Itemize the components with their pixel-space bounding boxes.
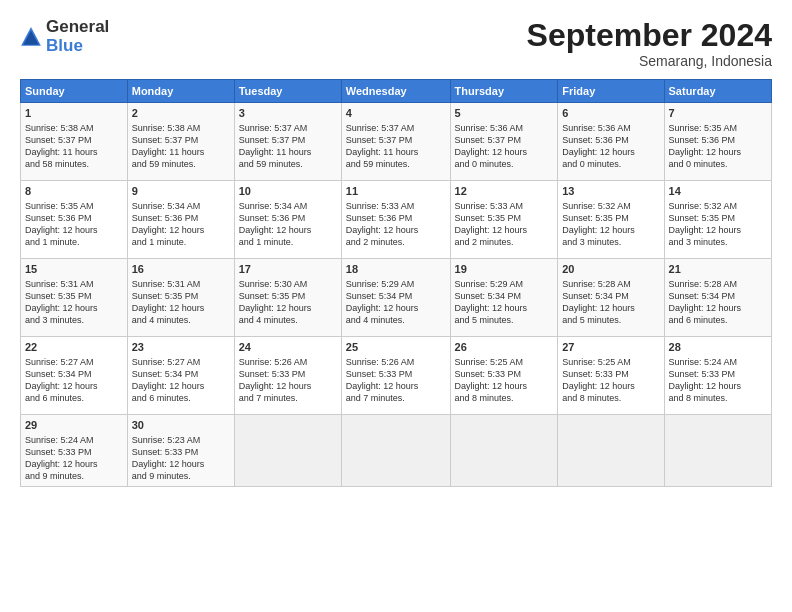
day-number: 10: [239, 184, 337, 199]
day-number: 15: [25, 262, 123, 277]
table-row: 12Sunrise: 5:33 AMSunset: 5:35 PMDayligh…: [450, 181, 558, 259]
day-number: 22: [25, 340, 123, 355]
day-info: Sunset: 5:37 PM: [346, 134, 446, 146]
day-info: Sunset: 5:34 PM: [25, 368, 123, 380]
day-info: Daylight: 12 hours: [25, 458, 123, 470]
table-row: 26Sunrise: 5:25 AMSunset: 5:33 PMDayligh…: [450, 337, 558, 415]
day-info: Sunset: 5:35 PM: [562, 212, 659, 224]
day-info: Sunrise: 5:38 AM: [132, 122, 230, 134]
day-info: Sunrise: 5:28 AM: [669, 278, 767, 290]
day-info: Sunrise: 5:25 AM: [562, 356, 659, 368]
calendar-table: Sunday Monday Tuesday Wednesday Thursday…: [20, 79, 772, 486]
table-row: 13Sunrise: 5:32 AMSunset: 5:35 PMDayligh…: [558, 181, 664, 259]
day-number: 30: [132, 418, 230, 433]
day-info: Sunrise: 5:24 AM: [669, 356, 767, 368]
day-info: Daylight: 12 hours: [239, 302, 337, 314]
day-info: Sunrise: 5:25 AM: [455, 356, 554, 368]
day-info: Sunset: 5:34 PM: [669, 290, 767, 302]
day-info: Sunset: 5:33 PM: [455, 368, 554, 380]
day-info: Sunset: 5:36 PM: [346, 212, 446, 224]
table-row: [341, 415, 450, 486]
day-info: and 7 minutes.: [239, 392, 337, 404]
day-info: Daylight: 12 hours: [132, 380, 230, 392]
table-row: 6Sunrise: 5:36 AMSunset: 5:36 PMDaylight…: [558, 103, 664, 181]
table-row: [450, 415, 558, 486]
logo-icon: [20, 26, 42, 48]
header: General Blue September 2024 Semarang, In…: [20, 18, 772, 69]
day-info: Sunrise: 5:29 AM: [346, 278, 446, 290]
day-number: 5: [455, 106, 554, 121]
day-number: 7: [669, 106, 767, 121]
day-info: Daylight: 12 hours: [455, 146, 554, 158]
day-number: 6: [562, 106, 659, 121]
table-row: [558, 415, 664, 486]
table-row: 9Sunrise: 5:34 AMSunset: 5:36 PMDaylight…: [127, 181, 234, 259]
day-info: Daylight: 11 hours: [239, 146, 337, 158]
day-info: Sunrise: 5:33 AM: [346, 200, 446, 212]
day-info: Daylight: 12 hours: [562, 302, 659, 314]
col-thursday: Thursday: [450, 80, 558, 103]
logo: General Blue: [20, 18, 109, 55]
day-info: Sunrise: 5:38 AM: [25, 122, 123, 134]
day-info: and 7 minutes.: [346, 392, 446, 404]
table-row: 3Sunrise: 5:37 AMSunset: 5:37 PMDaylight…: [234, 103, 341, 181]
day-info: and 2 minutes.: [455, 236, 554, 248]
col-saturday: Saturday: [664, 80, 771, 103]
table-row: 8Sunrise: 5:35 AMSunset: 5:36 PMDaylight…: [21, 181, 128, 259]
day-info: and 9 minutes.: [25, 470, 123, 482]
day-number: 8: [25, 184, 123, 199]
day-info: Sunrise: 5:28 AM: [562, 278, 659, 290]
day-info: Daylight: 12 hours: [346, 302, 446, 314]
day-info: Daylight: 12 hours: [132, 224, 230, 236]
table-row: 11Sunrise: 5:33 AMSunset: 5:36 PMDayligh…: [341, 181, 450, 259]
day-info: Sunrise: 5:37 AM: [346, 122, 446, 134]
table-row: 15Sunrise: 5:31 AMSunset: 5:35 PMDayligh…: [21, 259, 128, 337]
day-number: 24: [239, 340, 337, 355]
logo-text: General Blue: [46, 18, 109, 55]
day-info: Sunset: 5:34 PM: [455, 290, 554, 302]
day-info: Sunset: 5:36 PM: [132, 212, 230, 224]
table-row: 16Sunrise: 5:31 AMSunset: 5:35 PMDayligh…: [127, 259, 234, 337]
day-info: Sunrise: 5:34 AM: [239, 200, 337, 212]
day-info: and 59 minutes.: [132, 158, 230, 170]
day-info: and 0 minutes.: [562, 158, 659, 170]
day-info: Daylight: 12 hours: [239, 380, 337, 392]
day-info: Daylight: 12 hours: [132, 458, 230, 470]
day-info: Daylight: 12 hours: [669, 146, 767, 158]
day-info: Sunrise: 5:30 AM: [239, 278, 337, 290]
day-info: and 1 minute.: [25, 236, 123, 248]
day-info: and 3 minutes.: [25, 314, 123, 326]
day-info: Daylight: 12 hours: [562, 224, 659, 236]
day-info: Sunset: 5:37 PM: [239, 134, 337, 146]
day-info: Daylight: 11 hours: [132, 146, 230, 158]
day-info: Sunrise: 5:29 AM: [455, 278, 554, 290]
day-info: and 58 minutes.: [25, 158, 123, 170]
day-info: Sunrise: 5:32 AM: [562, 200, 659, 212]
logo-blue: Blue: [46, 37, 109, 56]
header-row: Sunday Monday Tuesday Wednesday Thursday…: [21, 80, 772, 103]
table-row: 29Sunrise: 5:24 AMSunset: 5:33 PMDayligh…: [21, 415, 128, 486]
day-info: Sunset: 5:33 PM: [669, 368, 767, 380]
day-info: Sunset: 5:34 PM: [132, 368, 230, 380]
table-row: 21Sunrise: 5:28 AMSunset: 5:34 PMDayligh…: [664, 259, 771, 337]
day-info: Sunrise: 5:37 AM: [239, 122, 337, 134]
day-number: 11: [346, 184, 446, 199]
day-info: Daylight: 12 hours: [25, 302, 123, 314]
table-row: 30Sunrise: 5:23 AMSunset: 5:33 PMDayligh…: [127, 415, 234, 486]
day-info: Sunset: 5:35 PM: [25, 290, 123, 302]
day-info: Sunrise: 5:34 AM: [132, 200, 230, 212]
day-info: and 0 minutes.: [455, 158, 554, 170]
month-title: September 2024: [527, 18, 772, 53]
table-row: 1Sunrise: 5:38 AMSunset: 5:37 PMDaylight…: [21, 103, 128, 181]
day-number: 12: [455, 184, 554, 199]
day-number: 17: [239, 262, 337, 277]
table-row: 27Sunrise: 5:25 AMSunset: 5:33 PMDayligh…: [558, 337, 664, 415]
day-info: Daylight: 12 hours: [562, 146, 659, 158]
day-info: and 4 minutes.: [239, 314, 337, 326]
calendar-page: General Blue September 2024 Semarang, In…: [0, 0, 792, 612]
day-info: Sunset: 5:37 PM: [132, 134, 230, 146]
day-info: and 5 minutes.: [455, 314, 554, 326]
day-info: Sunset: 5:35 PM: [455, 212, 554, 224]
day-info: Daylight: 12 hours: [346, 380, 446, 392]
logo-general: General: [46, 18, 109, 37]
